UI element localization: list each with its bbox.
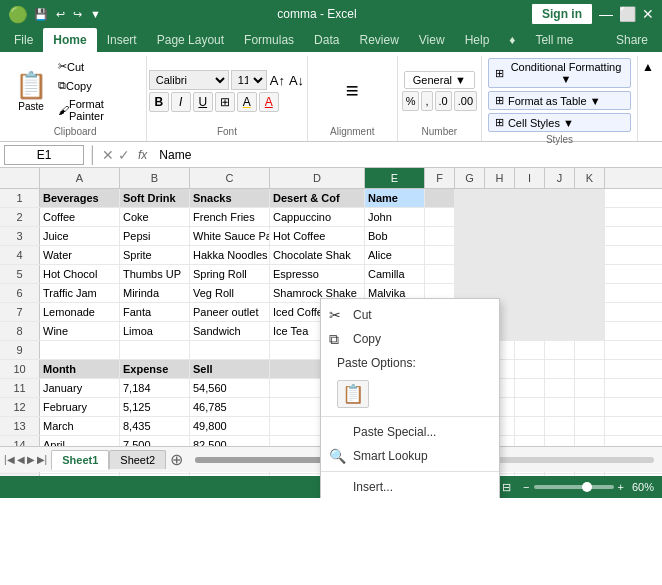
font-color-button[interactable]: A bbox=[259, 92, 279, 112]
grid-cell[interactable]: John bbox=[365, 208, 425, 226]
grid-cell[interactable]: White Sauce Pa bbox=[190, 227, 270, 245]
grid-cell[interactable]: Limoa bbox=[120, 322, 190, 340]
grid-cell[interactable]: Hakka Noodles bbox=[190, 246, 270, 264]
grid-cell[interactable]: Water bbox=[40, 246, 120, 264]
menu-item-paste-special[interactable]: Paste Special... bbox=[321, 420, 499, 444]
formula-input[interactable] bbox=[155, 146, 658, 164]
grid-cell[interactable]: Expense bbox=[120, 360, 190, 378]
number-format-dropdown[interactable]: General ▼ bbox=[404, 71, 475, 89]
font-size-select[interactable]: 11 bbox=[231, 70, 267, 90]
col-header-K[interactable]: K bbox=[575, 168, 605, 188]
col-header-G[interactable]: G bbox=[455, 168, 485, 188]
grid-cell[interactable]: Coke bbox=[120, 208, 190, 226]
col-header-H[interactable]: H bbox=[485, 168, 515, 188]
grid-cell[interactable]: Lemonade bbox=[40, 303, 120, 321]
view-page-break-icon[interactable]: ⊟ bbox=[502, 481, 511, 494]
tab-home[interactable]: Home bbox=[43, 28, 96, 52]
tab-review[interactable]: Review bbox=[349, 28, 408, 52]
next-sheet-icon[interactable]: ▶ bbox=[27, 454, 35, 465]
grid-cell[interactable]: Chocolate Shak bbox=[270, 246, 365, 264]
paste-clipboard-icon[interactable]: 📋 bbox=[337, 380, 369, 408]
zoom-slider[interactable] bbox=[534, 485, 614, 489]
grid-cell[interactable]: French Fries bbox=[190, 208, 270, 226]
col-header-J[interactable]: J bbox=[545, 168, 575, 188]
sheet-tab-sheet1[interactable]: Sheet1 bbox=[51, 450, 109, 470]
decrease-font-icon[interactable]: A↓ bbox=[288, 72, 305, 89]
tab-file[interactable]: File bbox=[4, 28, 43, 52]
grid-cell[interactable]: Hot Coffee bbox=[270, 227, 365, 245]
grid-cell[interactable] bbox=[120, 341, 190, 359]
add-sheet-button[interactable]: ⊕ bbox=[166, 450, 187, 469]
conditional-formatting-button[interactable]: ⊞ Conditional Formatting ▼ bbox=[488, 58, 631, 88]
grid-cell[interactable]: 8,435 bbox=[120, 417, 190, 435]
zoom-in-icon[interactable]: + bbox=[618, 481, 624, 493]
restore-icon[interactable]: ⬜ bbox=[619, 6, 636, 22]
tab-page-layout[interactable]: Page Layout bbox=[147, 28, 234, 52]
grid-cell[interactable]: Sandwich bbox=[190, 322, 270, 340]
font-name-select[interactable]: Calibri bbox=[149, 70, 229, 90]
grid-cell[interactable] bbox=[425, 208, 455, 226]
grid-cell[interactable]: Traffic Jam bbox=[40, 284, 120, 302]
menu-item-copy[interactable]: ⧉ Copy bbox=[321, 327, 499, 351]
undo-icon[interactable]: ↩ bbox=[54, 6, 67, 23]
grid-cell[interactable]: Fanta bbox=[120, 303, 190, 321]
grid-cell[interactable]: Alice bbox=[365, 246, 425, 264]
grid-cell[interactable]: Cappuccino bbox=[270, 208, 365, 226]
paste-button[interactable]: 📋 Paste bbox=[10, 66, 52, 116]
col-header-B[interactable]: B bbox=[120, 168, 190, 188]
tab-formulas[interactable]: Formulas bbox=[234, 28, 304, 52]
grid-cell[interactable]: 49,800 bbox=[190, 417, 270, 435]
first-sheet-icon[interactable]: |◀ bbox=[4, 454, 15, 465]
percent-button[interactable]: % bbox=[402, 91, 420, 111]
sheet-tab-sheet2[interactable]: Sheet2 bbox=[109, 450, 166, 469]
save-icon[interactable]: 💾 bbox=[32, 6, 50, 23]
minimize-icon[interactable]: — bbox=[599, 6, 613, 22]
cancel-formula-icon[interactable]: ✕ bbox=[102, 147, 114, 163]
italic-button[interactable]: I bbox=[171, 92, 191, 112]
grid-cell[interactable] bbox=[425, 227, 455, 245]
grid-cell[interactable] bbox=[425, 265, 455, 283]
grid-cell[interactable]: Month bbox=[40, 360, 120, 378]
grid-cell[interactable]: Coffee bbox=[40, 208, 120, 226]
col-header-A[interactable]: A bbox=[40, 168, 120, 188]
bold-button[interactable]: B bbox=[149, 92, 169, 112]
col-header-F[interactable]: F bbox=[425, 168, 455, 188]
menu-item-insert[interactable]: Insert... bbox=[321, 475, 499, 498]
grid-cell[interactable]: Desert & Cof bbox=[270, 189, 365, 207]
grid-cell[interactable]: Thumbs UP bbox=[120, 265, 190, 283]
col-header-I[interactable]: I bbox=[515, 168, 545, 188]
grid-cell[interactable] bbox=[425, 246, 455, 264]
grid-cell[interactable]: Bob bbox=[365, 227, 425, 245]
grid-cell[interactable]: Spring Roll bbox=[190, 265, 270, 283]
fill-color-button[interactable]: A bbox=[237, 92, 257, 112]
cut-button[interactable]: ✂ Cut bbox=[54, 58, 140, 75]
tab-tell-me[interactable]: Tell me bbox=[525, 28, 583, 52]
increase-font-icon[interactable]: A↑ bbox=[269, 72, 286, 89]
grid-cell[interactable]: 46,785 bbox=[190, 398, 270, 416]
confirm-formula-icon[interactable]: ✓ bbox=[118, 147, 130, 163]
zoom-level[interactable]: 60% bbox=[632, 481, 654, 493]
grid-cell[interactable]: Mirinda bbox=[120, 284, 190, 302]
menu-item-paste-icon-row[interactable]: 📋 bbox=[321, 375, 499, 413]
format-as-table-button[interactable]: ⊞ Format as Table ▼ bbox=[488, 91, 631, 110]
grid-cell[interactable] bbox=[190, 341, 270, 359]
name-box[interactable]: E1 bbox=[4, 145, 84, 165]
grid-cell[interactable]: 54,560 bbox=[190, 379, 270, 397]
grid-cell[interactable]: February bbox=[40, 398, 120, 416]
grid-cell[interactable]: Hot Chocol bbox=[40, 265, 120, 283]
increase-decimal-button[interactable]: .0 bbox=[435, 91, 452, 111]
grid-cell[interactable] bbox=[425, 189, 455, 207]
ribbon-collapse-button[interactable]: ▲ bbox=[638, 56, 658, 141]
grid-cell[interactable]: Juice bbox=[40, 227, 120, 245]
grid-cell[interactable]: Snacks bbox=[190, 189, 270, 207]
grid-cell[interactable]: Beverages bbox=[40, 189, 120, 207]
tab-diamond[interactable]: ♦ bbox=[499, 28, 525, 52]
grid-cell[interactable]: Soft Drink bbox=[120, 189, 190, 207]
grid-cell[interactable]: Veg Roll bbox=[190, 284, 270, 302]
tab-view[interactable]: View bbox=[409, 28, 455, 52]
menu-item-cut[interactable]: ✂ Cut bbox=[321, 303, 499, 327]
border-button[interactable]: ⊞ bbox=[215, 92, 235, 112]
grid-cell[interactable]: Camilla bbox=[365, 265, 425, 283]
cell-styles-button[interactable]: ⊞ Cell Styles ▼ bbox=[488, 113, 631, 132]
underline-button[interactable]: U bbox=[193, 92, 213, 112]
